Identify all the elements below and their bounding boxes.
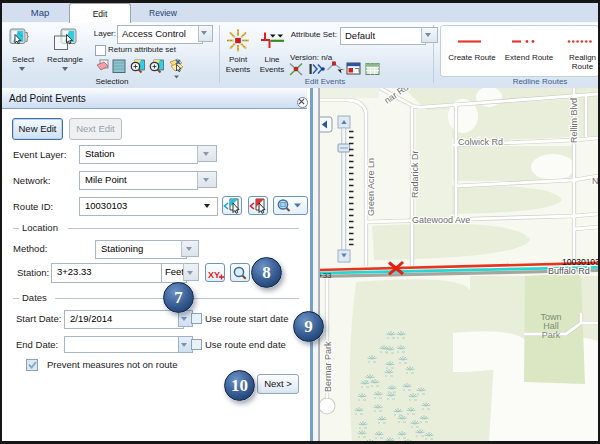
svg-text:Park: Park xyxy=(542,330,561,340)
svg-text:}: } xyxy=(25,30,29,42)
svg-text:Radarick Dr: Radarick Dr xyxy=(410,150,420,198)
svg-text:Colwick Rd: Colwick Rd xyxy=(458,137,503,147)
svg-text:Buffalo Rd: Buffalo Rd xyxy=(548,266,590,276)
svg-text:Gatewood Ave: Gatewood Ave xyxy=(412,215,470,225)
svg-text:Green Acre Ln: Green Acre Ln xyxy=(366,158,376,216)
svg-text:Bermar Park: Bermar Park xyxy=(323,341,333,392)
svg-text:+33: +33 xyxy=(319,271,332,280)
svg-text:Rellim Blvd: Rellim Blvd xyxy=(569,98,579,143)
svg-text:10030103: 10030103 xyxy=(562,257,598,267)
